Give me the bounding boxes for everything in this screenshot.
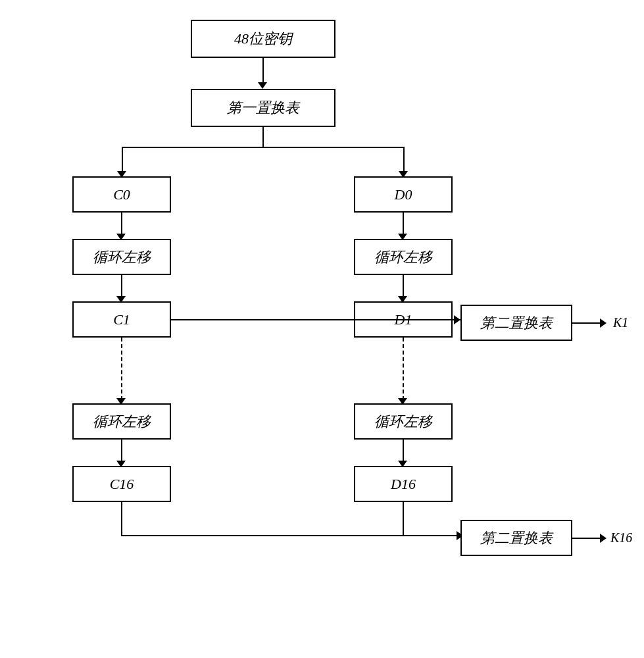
arrowhead-table2k1 (454, 315, 460, 324)
box-table2-k16: 第二置换表 (460, 520, 572, 556)
arrow-table1-down (262, 127, 264, 147)
arrow-d0-shift1 (403, 213, 404, 236)
arrowhead-k1 (600, 318, 607, 328)
arrow-to-c0 (122, 147, 123, 173)
arrow-shift16-c16 (121, 440, 122, 463)
box-table1: 第一置换表 (191, 89, 335, 127)
arrow-table1-right (262, 147, 404, 148)
arrow-shift16-d16 (403, 440, 404, 463)
box-d0: D0 (354, 176, 453, 213)
arrowhead-key48-table1 (258, 82, 267, 89)
arrow-key48-table1 (262, 58, 264, 84)
arrow-c0-shift1 (121, 213, 122, 236)
arrow-c16d16-horiz (121, 535, 403, 536)
dashed-c1-shift16 (121, 338, 122, 400)
box-shift-d1: 循环左移 (354, 239, 453, 275)
arrow-shift1-c1 (121, 275, 122, 298)
box-shift-c16: 循环左移 (72, 403, 171, 440)
diagram: 48位密钥 第一置换表 C0 D0 循环左移 循环左移 (0, 0, 644, 658)
box-shift-d16: 循环左移 (354, 403, 453, 440)
dashed-d1-shift16 (403, 338, 404, 400)
label-k1: K1 (613, 315, 628, 330)
arrow-c1d1-table2k1 (171, 319, 460, 320)
label-k16: K16 (610, 530, 632, 545)
arrow-c16d16-to-table2 (403, 535, 462, 536)
arrowhead-k16 (600, 534, 607, 543)
arrow-shift1-d1 (403, 275, 404, 298)
box-c1: C1 (72, 301, 171, 338)
box-c16: C16 (72, 466, 171, 502)
box-table2-k1: 第二置换表 (460, 305, 572, 341)
arrow-d16-down (403, 502, 404, 535)
box-d16: D16 (354, 466, 453, 502)
box-shift-c1: 循环左移 (72, 239, 171, 275)
box-c0: C0 (72, 176, 171, 213)
arrow-to-d0 (403, 147, 405, 173)
arrow-table1-left (122, 147, 263, 148)
arrow-c16-down (121, 502, 122, 535)
box-key48: 48位密钥 (191, 20, 335, 58)
